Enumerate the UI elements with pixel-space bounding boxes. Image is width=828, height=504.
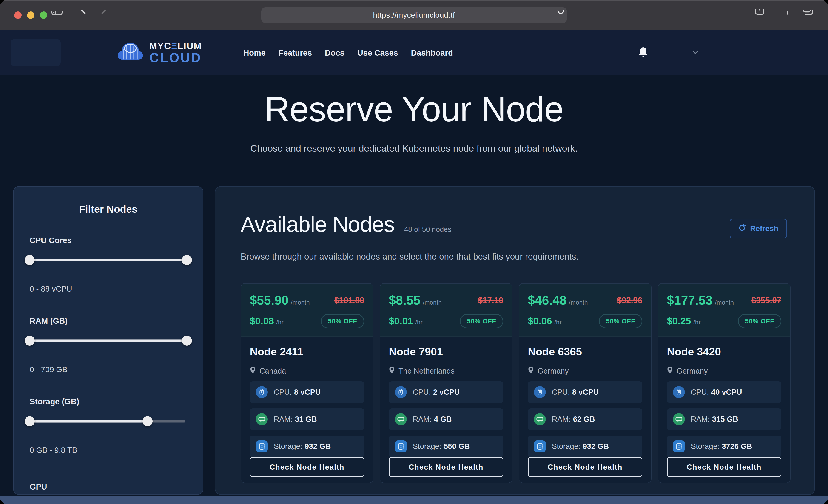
- node-name: Node 6365: [528, 345, 642, 358]
- storage-icon: [395, 440, 407, 452]
- nav-link-features[interactable]: Features: [279, 48, 312, 57]
- check-node-health-button[interactable]: Check Node Health: [250, 457, 364, 477]
- storage-icon: [534, 440, 546, 452]
- cpu-value: 8 vCPU: [294, 388, 321, 396]
- filter-section: Storage (GB) 0 GB - 9.8 TB: [30, 397, 187, 455]
- old-price: $355.07: [751, 296, 781, 305]
- storage-label: Storage:: [413, 442, 442, 451]
- node-location: Germany: [676, 367, 708, 375]
- hourly-price: $0.25: [667, 316, 691, 327]
- location-pin-icon: [528, 366, 534, 376]
- brand-name-bottom: CLOUD: [150, 51, 202, 64]
- brand-text: MYCΞLIUM CLOUD: [150, 41, 202, 64]
- cpu-value: 2 vCPU: [433, 388, 460, 396]
- brand-name-top: MYCΞLIUM: [150, 41, 202, 50]
- per-month-label: /month: [715, 299, 734, 306]
- ram-spec-row: RAM:4 GB: [389, 409, 503, 430]
- storage-label: Storage:: [274, 442, 302, 451]
- ram-value: 4 GB: [434, 415, 452, 423]
- node-card-3[interactable]: $46.48/month $92.96 $0.06/hr 50% OFF Nod…: [519, 283, 652, 483]
- per-hour-label: /hr: [554, 319, 562, 326]
- node-card-2[interactable]: $8.55/month $17.10 $0.01/hr 50% OFF Node…: [380, 283, 512, 483]
- refresh-button[interactable]: Refresh: [730, 219, 787, 239]
- per-month-label: /month: [423, 299, 442, 306]
- node-location: The Netherlands: [399, 367, 455, 375]
- node-count-text: 48 of 50 nodes: [404, 225, 451, 234]
- ram-value: 315 GB: [712, 415, 738, 423]
- slider-track[interactable]: [31, 339, 185, 342]
- location-pin-icon: [667, 366, 673, 376]
- slider-handle-min[interactable]: [25, 416, 35, 426]
- check-node-health-button[interactable]: Check Node Health: [528, 457, 642, 477]
- slider-handle-max[interactable]: [182, 336, 192, 346]
- node-card-pricing: $8.55/month $17.10 $0.01/hr 50% OFF: [380, 284, 512, 337]
- ram-value: 31 GB: [295, 415, 317, 423]
- node-card-body: Node 6365 Germany CPU:8 vCPU RAM:62 GB: [519, 337, 651, 483]
- nav-link-use-cases[interactable]: Use Cases: [357, 48, 398, 57]
- discount-badge: 50% OFF: [321, 314, 364, 328]
- cpu-value: 40 vCPU: [711, 388, 742, 396]
- refresh-button-label: Refresh: [750, 224, 778, 233]
- page-subtitle: Choose and reserve your dedicated Kubern…: [0, 143, 828, 154]
- node-card-1[interactable]: $55.90/month $101.80 $0.08/hr 50% OFF No…: [241, 283, 373, 483]
- slider-handle-max[interactable]: [142, 416, 153, 426]
- nav-link-docs[interactable]: Docs: [325, 48, 345, 57]
- monthly-price: $177.53: [667, 293, 713, 307]
- ram-label: RAM:: [413, 415, 432, 423]
- node-location: Germany: [538, 367, 569, 375]
- check-node-health-button[interactable]: Check Node Health: [389, 457, 503, 477]
- check-node-health-button[interactable]: Check Node Health: [667, 457, 781, 477]
- close-window-button[interactable]: [14, 11, 22, 19]
- location-pin-icon: [389, 366, 395, 376]
- zoom-window-button[interactable]: [40, 11, 47, 19]
- slider-track[interactable]: [31, 420, 185, 423]
- filter-label: Storage (GB): [30, 397, 187, 406]
- storage-value: 3726 GB: [722, 442, 752, 451]
- brand-logo[interactable]: MYCΞLIUM CLOUD: [117, 41, 202, 65]
- node-location: Canada: [259, 367, 286, 375]
- node-name: Node 2411: [250, 345, 364, 358]
- cpu-spec-row: CPU:40 vCPU: [667, 381, 781, 403]
- storage-icon: [256, 440, 268, 452]
- account-chevron-down-icon[interactable]: [692, 50, 699, 55]
- gpu-filter-label: GPU: [30, 482, 187, 491]
- bottom-strip: [0, 496, 828, 504]
- old-price: $101.80: [334, 296, 364, 305]
- node-card-body: Node 3420 Germany CPU:40 vCPU RAM:315 GB: [658, 337, 790, 483]
- ram-label: RAM:: [691, 415, 710, 423]
- range-slider[interactable]: [30, 416, 187, 426]
- ram-value: 62 GB: [573, 415, 595, 423]
- per-hour-label: /hr: [276, 319, 284, 326]
- filter-label: CPU Cores: [30, 236, 187, 245]
- nav-link-home[interactable]: Home: [243, 48, 265, 57]
- notifications-bell-icon[interactable]: [638, 47, 648, 59]
- discount-badge: 50% OFF: [460, 314, 503, 328]
- storage-value: 932 GB: [583, 442, 609, 451]
- slider-handle-min[interactable]: [25, 255, 35, 265]
- storage-value: 550 GB: [444, 442, 470, 451]
- hero-section: Reserve Your Node Choose and reserve you…: [0, 89, 828, 154]
- ram-spec-row: RAM:62 GB: [528, 409, 642, 430]
- slider-track[interactable]: [31, 259, 185, 261]
- storage-spec-row: Storage:550 GB: [389, 435, 503, 457]
- location-pin-icon: [250, 366, 256, 376]
- storage-label: Storage:: [691, 442, 719, 451]
- slider-fill: [31, 339, 185, 342]
- cpu-label: CPU:: [413, 388, 431, 396]
- slider-handle-min[interactable]: [25, 336, 35, 346]
- per-hour-label: /hr: [693, 319, 701, 326]
- old-price: $92.96: [617, 296, 642, 305]
- slider-handle-max[interactable]: [182, 255, 192, 265]
- range-slider[interactable]: [30, 255, 187, 265]
- ram-icon: [395, 413, 407, 425]
- nav-links: HomeFeaturesDocsUse CasesDashboard: [243, 48, 453, 57]
- nav-link-dashboard[interactable]: Dashboard: [411, 48, 453, 57]
- per-hour-label: /hr: [415, 319, 423, 326]
- minimize-window-button[interactable]: [27, 11, 35, 19]
- storage-label: Storage:: [552, 442, 580, 451]
- range-slider[interactable]: [30, 336, 187, 346]
- node-card-4[interactable]: $177.53/month $355.07 $0.25/hr 50% OFF N…: [658, 283, 791, 483]
- filter-section: RAM (GB) 0 - 709 GB: [30, 316, 187, 374]
- address-bar[interactable]: https://myceliumcloud.tf: [261, 7, 567, 23]
- hourly-price: $0.08: [250, 316, 274, 327]
